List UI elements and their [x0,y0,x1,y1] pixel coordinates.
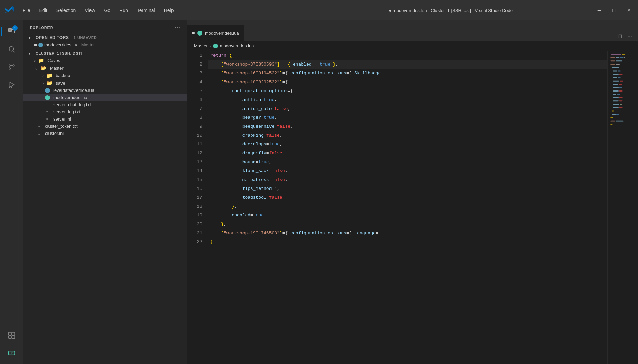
sidebar-item-backup[interactable]: › 📁 backup [23,72,187,79]
sidebar-item-cluster-token[interactable]: ≡ cluster_token.txt [23,123,187,130]
svg-line-5 [13,51,15,52]
open-editors-chevron: ▾ [29,36,33,40]
ln-18: 18 [187,202,208,211]
sidebar-item-server-log[interactable]: ≡ server_log.txt [23,108,187,115]
sidebar-more-button[interactable]: ··· [174,24,180,31]
minimap-preview [608,51,638,364]
menu-selection[interactable]: Selection [52,5,80,15]
ln-11: 11 [187,140,208,149]
source-control-activity-icon[interactable] [3,59,20,75]
remote-activity-icon[interactable] [3,345,20,361]
breadcrumb-filename: modoverrides.lua [220,43,254,48]
code-line-8: bearger=true, [208,113,607,122]
sidebar-item-cluster-ini[interactable]: ≡ cluster.ini [23,130,187,137]
breadcrumb-master[interactable]: Master [194,43,208,48]
menu-run[interactable]: Run [115,5,132,15]
svg-rect-57 [612,110,614,111]
backup-folder-icon: 📁 [46,73,52,78]
svg-rect-61 [610,121,615,122]
menu-edit[interactable]: Edit [35,5,52,15]
svg-point-7 [13,65,14,66]
code-line-12: dragonfly=false, [208,149,607,158]
editor-area: modoverrides.lua ⧉ ··· Master › modoverr… [187,20,638,364]
menu-file[interactable]: File [18,5,34,15]
open-editors-header[interactable]: ▾ OPEN EDITORS 1 UNSAVED [23,34,187,41]
menu-view[interactable]: View [81,5,99,15]
ln-16: 16 [187,184,208,193]
svg-rect-43 [613,87,619,88]
svg-rect-14 [9,336,11,338]
cluster-token-icon: ≡ [37,124,42,129]
svg-rect-13 [12,332,15,335]
ln-12: 12 [187,149,208,158]
breadcrumb-file-icon [213,44,218,48]
svg-rect-60 [610,117,613,118]
leveldataoverride-icon [45,88,50,93]
code-line-21: ["workshop-1991746508"]={ configuration_… [208,229,607,238]
unsaved-dot [34,44,37,46]
menu-go[interactable]: Go [100,5,114,15]
sidebar-item-server-chat-log[interactable]: ≡ server_chat_log.txt [23,101,187,108]
ln-15: 15 [187,176,208,184]
maximize-button[interactable]: □ [610,6,618,14]
code-line-15: malbatross=false, [208,176,607,184]
svg-rect-28 [610,60,615,61]
save-folder-name: save [56,81,65,86]
open-editors-section: ▾ OPEN EDITORS 1 UNSAVED modoverrides.lu… [23,34,187,48]
more-actions-button[interactable]: ··· [626,31,634,41]
tab-file-type-icon [197,31,202,36]
ln-19: 19 [187,211,208,220]
sidebar: EXPLORER ··· ▾ OPEN EDITORS 1 UNSAVED mo… [23,20,187,364]
sidebar-item-save[interactable]: › 📁 save [23,79,187,87]
open-editor-modoverrides[interactable]: modoverrides.lua Master [23,41,187,48]
extensions-activity-icon[interactable] [3,327,20,344]
svg-rect-39 [613,81,619,82]
svg-rect-50 [619,97,623,98]
open-editors-label: OPEN EDITORS [36,35,69,40]
svg-point-8 [9,68,11,69]
svg-rect-35 [613,74,619,75]
code-line-5: configuration_options={ [208,87,607,96]
code-line-19: enabled=true [208,211,607,220]
ln-20: 20 [187,220,208,229]
sidebar-item-caves[interactable]: › 📁 Caves [23,57,187,64]
split-editor-button[interactable]: ⧉ [616,31,623,41]
server-ini-icon: ≡ [45,117,50,122]
sidebar-title: EXPLORER ··· [23,20,187,34]
ln-3: 3 [187,69,208,78]
breadcrumb-sep1: › [210,44,211,48]
code-line-7: atrium_gate=false, [208,104,607,113]
svg-rect-46 [619,90,623,92]
svg-rect-41 [613,84,618,85]
modoverrides-name: modoverrides.lua [53,95,87,100]
svg-rect-36 [619,74,623,75]
cluster-chevron: ▾ [29,52,33,55]
menu-help[interactable]: Help [160,5,178,15]
ln-2: 2 [187,60,208,69]
search-activity-icon[interactable] [3,41,20,57]
menu-terminal[interactable]: Terminal [133,5,159,15]
svg-rect-51 [613,100,619,101]
code-line-20: }, [208,220,607,229]
master-folder-name: Master [50,66,64,71]
cluster-header[interactable]: ▾ CLUSTER_1 [SSH: DST] [23,50,187,57]
svg-rect-29 [616,60,622,61]
sidebar-item-master[interactable]: ⌄ 📂 Master [23,64,187,72]
svg-rect-44 [619,87,622,88]
server-log-icon: ≡ [45,110,50,114]
sidebar-item-modoverrides[interactable]: modoverrides.lua [23,94,187,101]
sidebar-content: ▾ OPEN EDITORS 1 UNSAVED modoverrides.lu… [23,34,187,364]
run-activity-icon[interactable] [3,76,20,93]
code-editor[interactable]: return { ["workshop-375850593"] = { enab… [208,51,607,364]
sidebar-item-server-ini[interactable]: ≡ server.ini [23,115,187,123]
svg-rect-58 [612,114,616,115]
master-folder-icon: 📂 [41,65,46,71]
tab-modoverrides[interactable]: modoverrides.lua [187,25,244,41]
sidebar-item-leveldataoverride[interactable]: leveldataoverride.lua [23,87,187,94]
minimize-button[interactable]: ─ [595,6,604,14]
svg-rect-34 [618,71,621,72]
svg-rect-21 [610,51,636,364]
close-button[interactable]: ✕ [624,6,634,14]
explorer-activity-icon[interactable]: 1 [3,23,20,40]
code-line-11: deerclops=true, [208,140,607,149]
